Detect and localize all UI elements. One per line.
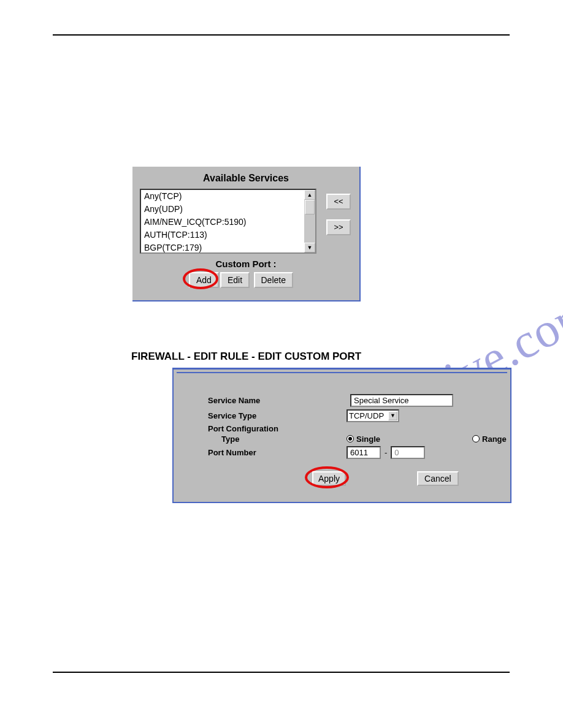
list-item[interactable]: AUTH(TCP:113) [141, 229, 315, 241]
list-item[interactable]: AIM/NEW_ICQ(TCP:5190) [141, 216, 315, 229]
edit-button[interactable]: Edit [220, 272, 250, 288]
service-type-select[interactable]: TCP/UDP ▼ [347, 409, 399, 422]
list-item[interactable]: Any(UDP) [141, 203, 315, 216]
custom-port-label: Custom Port : [132, 259, 359, 269]
move-left-button[interactable]: << [326, 194, 351, 210]
type-row: Type Single Range [221, 432, 510, 446]
scrollbar[interactable]: ▲ ▼ [304, 190, 315, 252]
edit-custom-port-panel: Service Name Service Type TCP/UDP ▼ Port… [172, 368, 511, 503]
button-divider [174, 369, 510, 370]
scroll-up-icon[interactable]: ▲ [304, 190, 315, 200]
list-item[interactable]: BGP(TCP:179) [141, 241, 315, 254]
cancel-button[interactable]: Cancel [417, 471, 459, 486]
delete-button[interactable]: Delete [254, 272, 293, 288]
list-item[interactable]: Any(TCP) [141, 190, 315, 203]
bottom-rule [53, 672, 510, 673]
apply-button[interactable]: Apply [312, 471, 346, 486]
port-end-input[interactable] [391, 446, 425, 459]
add-button[interactable]: Add [189, 272, 219, 288]
radio-dot-icon [347, 435, 354, 442]
services-listbox[interactable]: Any(TCP) Any(UDP) AIM/NEW_ICQ(TCP:5190) … [140, 189, 316, 254]
service-type-value: TCP/UDP [349, 411, 384, 420]
move-right-button[interactable]: >> [326, 219, 351, 235]
dash: - [385, 448, 387, 457]
service-type-label: Service Type [208, 411, 308, 420]
top-rule [53, 34, 510, 36]
chevron-down-icon[interactable]: ▼ [388, 411, 397, 420]
section-heading: FIREWALL - EDIT RULE - EDIT CUSTOM PORT [131, 351, 361, 363]
service-name-input[interactable] [350, 394, 453, 407]
type-single-label: Single [356, 434, 380, 444]
available-services-title: Available Services [132, 173, 359, 184]
service-type-row: Service Type TCP/UDP ▼ [208, 409, 496, 422]
panel-divider [177, 372, 507, 379]
available-services-panel: Available Services Any(TCP) Any(UDP) AIM… [132, 167, 361, 301]
scroll-down-icon[interactable]: ▼ [304, 243, 315, 252]
scroll-thumb[interactable] [305, 200, 315, 214]
type-label: Type [221, 434, 308, 444]
port-start-input[interactable] [347, 446, 381, 459]
type-single-radio[interactable]: Single [347, 434, 380, 444]
radio-dot-icon [472, 435, 480, 442]
custom-port-buttons: AddEdit Delete [189, 272, 294, 288]
type-range-label: Range [482, 434, 507, 444]
type-range-radio[interactable]: Range [472, 434, 507, 444]
action-buttons: Apply Cancel [174, 471, 510, 486]
service-name-label: Service Name [208, 396, 308, 405]
service-name-row: Service Name [208, 393, 496, 407]
port-number-label: Port Number [208, 448, 308, 457]
port-number-row: Port Number - [208, 446, 496, 459]
